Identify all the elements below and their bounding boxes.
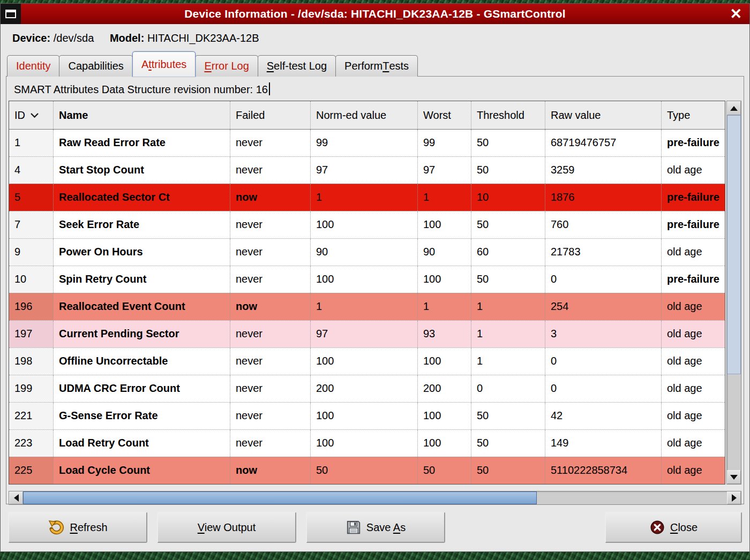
cell-failed: never <box>230 348 310 375</box>
table-body: 1Raw Read Error Ratenever999950687194767… <box>9 130 725 484</box>
cell-threshold: 1 <box>471 293 545 320</box>
tab-attributes[interactable]: Attributes <box>132 51 196 77</box>
cell-type: old age <box>661 239 725 266</box>
scroll-right-button[interactable] <box>727 491 741 504</box>
window-menu-button[interactable] <box>1 4 21 24</box>
cell-threshold: 50 <box>471 457 545 484</box>
column-header-type[interactable]: Type <box>661 101 725 129</box>
refresh-button[interactable]: Refresh <box>8 512 147 543</box>
cell-normed-value: 100 <box>310 430 417 457</box>
cell-name: Reallocated Event Count <box>53 293 230 320</box>
attribute-row-197[interactable]: 197Current Pending Sectornever979313old … <box>9 320 725 347</box>
cell-normed-value: 99 <box>310 130 417 156</box>
attribute-row-225[interactable]: 225Load Cycle Countnow505050511022285873… <box>9 457 725 484</box>
attribute-row-223[interactable]: 223Load Retry Countnever10010050149old a… <box>9 429 725 457</box>
refresh-icon <box>48 519 65 535</box>
column-header-name[interactable]: Name <box>53 101 230 129</box>
attribute-row-5[interactable]: 5Reallocated Sector Ctnow11101876pre-fai… <box>9 184 725 211</box>
column-header-label: ID <box>14 102 25 128</box>
cell-type: old age <box>661 430 725 457</box>
tab-capabilities[interactable]: Capabilities <box>59 55 132 77</box>
column-header-raw-value[interactable]: Raw value <box>545 101 661 129</box>
cell-threshold: 50 <box>471 403 545 429</box>
cell-raw-value: 21783 <box>545 239 661 266</box>
vertical-scroll-track[interactable] <box>727 115 741 470</box>
cell-name: Power On Hours <box>53 239 230 266</box>
column-header-norm-ed-value[interactable]: Norm-ed value <box>310 101 417 129</box>
window-title: Device Information - /dev/sda: HITACHI_D… <box>1 7 749 20</box>
cell-normed-value: 1 <box>310 184 417 211</box>
column-header-label: Worst <box>423 102 451 128</box>
tab-self-test-log[interactable]: Self-test Log <box>258 55 336 77</box>
save-as-button[interactable]: Save As <box>306 512 445 543</box>
model-value: HITACHI_DK23AA-12B <box>147 32 259 44</box>
cell-type: old age <box>661 293 725 320</box>
attributes-table-zone: IDNameFailedNorm-ed valueWorstThresholdR… <box>9 101 741 485</box>
attribute-row-1[interactable]: 1Raw Read Error Ratenever999950687194767… <box>9 130 725 156</box>
column-header-failed[interactable]: Failed <box>230 101 310 129</box>
attribute-row-9[interactable]: 9Power On Hoursnever90906021783old age <box>9 238 725 266</box>
cell-raw-value: 0 <box>545 375 661 402</box>
cell-type: pre-failure <box>661 130 725 156</box>
titlebar-close-button[interactable]: ✕ <box>722 4 749 24</box>
cell-id: 10 <box>9 266 53 293</box>
cell-name: Load Retry Count <box>53 430 230 457</box>
cell-normed-value: 100 <box>310 266 417 293</box>
cell-raw-value: 1876 <box>545 184 661 211</box>
cell-type: pre-failure <box>661 266 725 293</box>
horizontal-scroll-track[interactable] <box>23 491 727 504</box>
cell-failed: now <box>230 293 310 320</box>
button-label: View Output <box>198 521 256 534</box>
view-output-button[interactable]: View Output <box>157 512 296 543</box>
cell-name: Load Cycle Count <box>53 457 230 484</box>
cell-name: Raw Read Error Rate <box>53 130 230 156</box>
smart-revision-line[interactable]: SMART Attributes Data Structure revision… <box>6 77 744 100</box>
cell-id: 196 <box>9 293 53 320</box>
column-header-worst[interactable]: Worst <box>417 101 471 129</box>
vertical-scroll-thumb[interactable] <box>727 115 741 374</box>
cell-worst: 100 <box>417 348 471 375</box>
cell-raw-value: 3 <box>545 321 661 347</box>
attribute-row-198[interactable]: 198Offline Uncorrectablenever10010010old… <box>9 347 725 375</box>
arrow-left-icon <box>14 494 19 502</box>
cell-name: Seek Error Rate <box>53 211 230 238</box>
cell-worst: 100 <box>417 266 471 293</box>
scroll-up-button[interactable] <box>727 101 741 115</box>
attribute-row-196[interactable]: 196Reallocated Event Countnow111254old a… <box>9 293 725 320</box>
close-button[interactable]: Close <box>605 512 742 543</box>
tab-bar: IdentityCapabilitiesAttributesError LogS… <box>1 51 749 77</box>
cell-id: 225 <box>9 457 53 484</box>
attribute-row-7[interactable]: 7Seek Error Ratenever10010050760pre-fail… <box>9 211 725 238</box>
column-header-label: Threshold <box>477 102 524 128</box>
horizontal-scroll-thumb[interactable] <box>23 491 537 504</box>
titlebar[interactable]: Device Information - /dev/sda: HITACHI_D… <box>1 4 749 24</box>
cell-failed: now <box>230 184 310 211</box>
revision-text: SMART Attributes Data Structure revision… <box>14 84 268 95</box>
column-header-threshold[interactable]: Threshold <box>471 101 545 129</box>
cell-threshold: 0 <box>471 375 545 402</box>
device-info-line: Device: /dev/sda Model: HITACHI_DK23AA-1… <box>1 24 749 51</box>
attribute-row-221[interactable]: 221G-Sense Error Ratenever1001005042old … <box>9 402 725 429</box>
horizontal-scrollbar[interactable] <box>9 491 741 505</box>
attribute-row-10[interactable]: 10Spin Retry Countnever100100500pre-fail… <box>9 266 725 293</box>
scroll-left-button[interactable] <box>9 491 23 504</box>
button-label: Save As <box>366 521 406 534</box>
tab-error-log[interactable]: Error Log <box>195 55 258 77</box>
cell-id: 7 <box>9 211 53 238</box>
tab-perform-tests[interactable]: Perform Tests <box>335 55 418 77</box>
column-header-id[interactable]: ID <box>9 101 53 129</box>
arrow-right-icon <box>732 494 737 502</box>
cell-normed-value: 1 <box>310 293 417 320</box>
tab-identity[interactable]: Identity <box>7 55 59 77</box>
scroll-down-button[interactable] <box>727 470 741 484</box>
cell-raw-value: 42 <box>545 403 661 429</box>
cell-type: old age <box>661 403 725 429</box>
attribute-row-199[interactable]: 199UDMA CRC Error Countnever20020000old … <box>9 375 725 402</box>
attribute-row-4[interactable]: 4Start Stop Countnever9797503259old age <box>9 156 725 184</box>
vertical-scrollbar[interactable] <box>726 101 741 485</box>
cell-failed: never <box>230 375 310 402</box>
cell-name: Offline Uncorrectable <box>53 348 230 375</box>
cell-worst: 1 <box>417 184 471 211</box>
cell-worst: 97 <box>417 157 471 184</box>
desktop-background: Device Information - /dev/sda: HITACHI_D… <box>0 0 750 560</box>
